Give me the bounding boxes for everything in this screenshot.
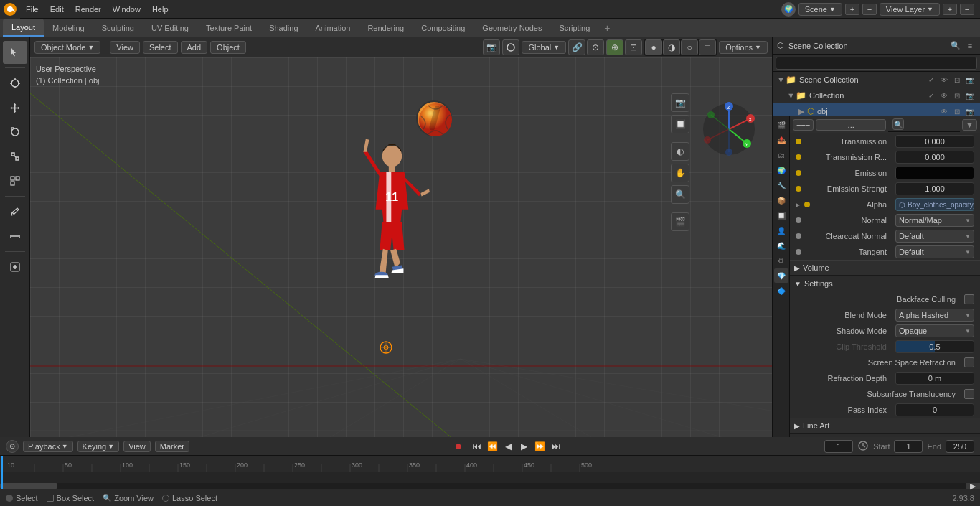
line-art-section[interactable]: ▶ Line Art	[790, 418, 980, 434]
vp-camera-btn[interactable]: 📷	[671, 93, 689, 112]
playback-btn[interactable]: Playback ▼	[23, 441, 73, 452]
normal-dropdown[interactable]: Normal/Map ▼	[895, 214, 974, 227]
play-reverse-btn[interactable]: ◀	[501, 439, 516, 454]
emission-color[interactable]	[895, 167, 974, 179]
settings-section[interactable]: ▼ Settings	[790, 276, 980, 291]
add-workspace-btn[interactable]: +	[598, 22, 616, 34]
status-select[interactable]: Select	[6, 494, 38, 502]
emission-strength-value[interactable]: 1.000	[895, 182, 974, 195]
tab-layout[interactable]: Layout	[3, 19, 44, 37]
frame-time-btn[interactable]	[857, 440, 869, 453]
tab-compositing[interactable]: Compositing	[413, 19, 473, 37]
menu-edit[interactable]: Edit	[44, 0, 70, 18]
alpha-expand-btn[interactable]: ▶	[796, 202, 800, 208]
outliner-menu-btn[interactable]: ≡	[964, 40, 976, 52]
tool-measure[interactable]	[3, 225, 27, 248]
tab-modeling[interactable]: Modeling	[44, 19, 93, 37]
menu-render[interactable]: Render	[70, 0, 107, 18]
clearcoat-normal-dropdown[interactable]: Default ▼	[895, 230, 974, 243]
props-material-name[interactable]: ...	[816, 119, 886, 131]
tool-annotate[interactable]	[3, 200, 27, 223]
collection-view-btn[interactable]: ⊡	[951, 90, 963, 101]
collection-eye-btn[interactable]: 👁	[938, 90, 950, 101]
props-btn-1[interactable]: −−−	[793, 119, 814, 131]
vp-perspective-btn[interactable]: 🔲	[671, 115, 689, 133]
scene-remove-btn[interactable]: −	[862, 4, 877, 15]
play-btn[interactable]: ▶	[517, 439, 532, 454]
tool-cursor[interactable]	[3, 72, 27, 95]
viewport-display-icon[interactable]	[502, 39, 519, 55]
menu-help[interactable]: Help	[146, 0, 174, 18]
outliner-exclude-btn[interactable]: ✓	[925, 74, 937, 85]
timeline-scroll-thumb[interactable]	[0, 483, 57, 489]
prop-material-icon[interactable]: 💎	[774, 268, 788, 283]
tangent-dropdown[interactable]: Default ▼	[895, 245, 974, 258]
prop-object-icon[interactable]: 📦	[774, 193, 788, 207]
prop-output-icon[interactable]: 📤	[774, 133, 788, 147]
solid-mode-btn[interactable]: ●	[645, 39, 662, 55]
tool-move[interactable]	[3, 96, 27, 119]
outliner-view-btn[interactable]: ⊡	[951, 74, 963, 85]
record-btn[interactable]: ⏺	[451, 439, 466, 454]
prop-particles-icon[interactable]: 👤	[774, 223, 788, 238]
blend-mode-dropdown[interactable]: Alpha Hashed ▼	[895, 309, 974, 322]
rendered-mode-btn[interactable]: ○	[681, 39, 698, 55]
view-layer-dropdown[interactable]: View Layer ▼	[880, 3, 940, 16]
viewport-view-btn[interactable]: View	[110, 41, 140, 54]
start-frame-field[interactable]: 1	[894, 440, 923, 453]
prop-data-icon[interactable]: 🔷	[774, 284, 788, 298]
view-btn[interactable]: View	[123, 441, 151, 452]
keying-btn[interactable]: Keying ▼	[77, 441, 120, 452]
tool-select[interactable]	[3, 41, 27, 64]
prop-world-icon[interactable]: 🔧	[774, 178, 788, 192]
material-preview-btn[interactable]: ◑	[663, 39, 680, 55]
outliner-eye-btn[interactable]: 👁	[938, 74, 950, 85]
shadow-mode-dropdown[interactable]: Opaque ▼	[895, 324, 974, 337]
prop-constraints-icon[interactable]: ⚙	[774, 253, 788, 268]
options-btn[interactable]: Options ▼	[719, 41, 768, 54]
jump-end-btn[interactable]: ⏭	[549, 439, 563, 454]
step-back-btn[interactable]: ⏪	[486, 439, 500, 454]
prop-scene-icon[interactable]: 🌍	[774, 163, 788, 177]
tab-sculpting[interactable]: Sculpting	[93, 19, 143, 37]
refraction-depth-value[interactable]: 0 m	[895, 372, 974, 385]
wireframe-mode-btn[interactable]: □	[699, 39, 716, 55]
transmission-value[interactable]: 0.000	[895, 135, 974, 148]
outliner-search-input[interactable]	[776, 57, 977, 70]
tab-geometry-nodes[interactable]: Geometry Nodes	[473, 19, 550, 37]
current-frame-field[interactable]: 1	[824, 440, 853, 453]
timeline-mode-btn[interactable]: ⊙	[6, 440, 19, 453]
outliner-collection[interactable]: ▼ 📁 Collection ✓ 👁 ⊡ 📷	[773, 88, 980, 103]
volume-section[interactable]: ▶ Volume	[790, 260, 980, 276]
jump-start-btn[interactable]: ⏮	[470, 439, 484, 454]
snap-icon[interactable]: 🔗	[568, 39, 585, 55]
subsurface-translucency-checkbox[interactable]	[964, 389, 974, 399]
vp-local-btn[interactable]: ◐	[671, 142, 689, 161]
scene-dropdown[interactable]: User PerspectiveScene ▼	[798, 3, 842, 16]
viewport[interactable]: 11 User Perspective (1) Collection | obj…	[30, 57, 772, 437]
props-search-icon-btn[interactable]: 🔍	[892, 118, 904, 130]
step-fwd-btn[interactable]: ⏩	[533, 439, 547, 454]
backface-culling-checkbox[interactable]	[964, 294, 974, 304]
status-zoom-view[interactable]: 🔍 Zoom View	[103, 494, 154, 502]
obj-view-btn[interactable]: ⊡	[951, 106, 963, 116]
proportional-icon[interactable]: ⊙	[587, 39, 604, 55]
vp-hand-btn[interactable]: ✋	[671, 164, 689, 182]
tab-animation[interactable]: Animation	[307, 19, 359, 37]
prop-physics-icon[interactable]: 🌊	[774, 238, 788, 253]
collection-render-btn[interactable]: 📷	[964, 90, 976, 101]
object-mode-btn[interactable]: Object Mode ▼	[34, 41, 100, 54]
pass-index-value[interactable]: 0	[895, 403, 974, 416]
prop-view-layer-icon[interactable]: 🗂	[774, 148, 788, 162]
outliner-obj[interactable]: ▶ ⬡ obj 👁 ⊡ 📷	[773, 103, 980, 116]
viewport-camera-icon[interactable]: 📷	[483, 39, 500, 55]
status-lasso-select[interactable]: Lasso Select	[162, 494, 217, 502]
menu-file[interactable]: File	[20, 0, 44, 18]
tool-rotate[interactable]	[3, 121, 27, 144]
marker-btn[interactable]: Marker	[155, 441, 189, 452]
view-layer-remove-btn[interactable]: −	[960, 4, 974, 15]
tab-uv-editing[interactable]: UV Editing	[143, 19, 197, 37]
nav-gizmo[interactable]: X Y Z	[700, 100, 758, 158]
outliner-scene-collection[interactable]: ▼ 📁 Scene Collection ✓ 👁 ⊡ 📷	[773, 72, 980, 88]
tool-scale[interactable]	[3, 145, 27, 168]
